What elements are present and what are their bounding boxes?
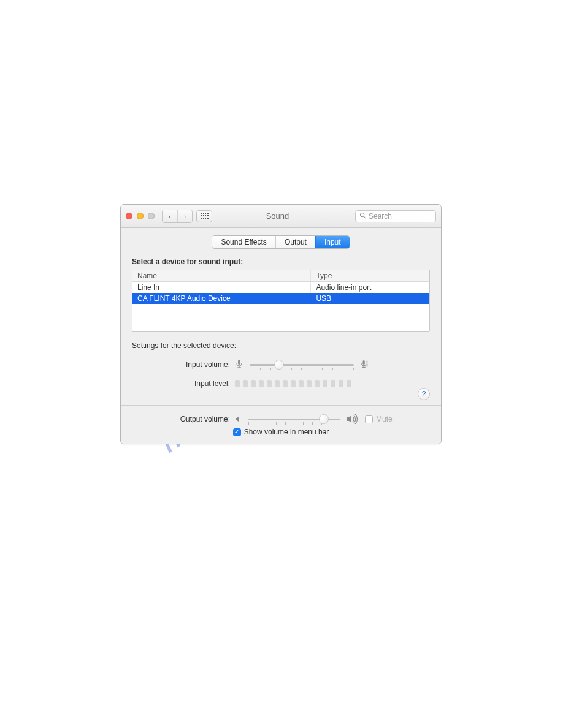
close-button[interactable] bbox=[126, 213, 132, 219]
speaker-high-icon bbox=[347, 414, 359, 424]
back-button[interactable]: ‹ bbox=[163, 210, 177, 222]
microphone-high-icon bbox=[360, 358, 369, 371]
help-button[interactable]: ? bbox=[418, 388, 430, 400]
device-type: Audio line-in port bbox=[310, 282, 429, 293]
col-header-name[interactable]: Name bbox=[132, 270, 310, 281]
microphone-low-icon bbox=[235, 358, 243, 371]
search-placeholder: Search bbox=[369, 212, 392, 221]
forward-button[interactable]: › bbox=[177, 210, 192, 222]
table-empty-area bbox=[132, 304, 429, 331]
svg-point-0 bbox=[360, 213, 364, 216]
input-level-meter bbox=[235, 380, 351, 387]
mute-checkbox[interactable] bbox=[365, 415, 373, 423]
speaker-low-icon bbox=[235, 415, 242, 423]
tab-row: Sound Effects Output Input bbox=[121, 235, 441, 249]
question-icon: ? bbox=[422, 390, 426, 398]
input-device-heading: Select a device for sound input: bbox=[121, 257, 441, 270]
output-volume-section: Output volume: Mute ✓ bbox=[121, 406, 441, 444]
sound-preferences-window: ‹ › Sound Search Sound Effects Ou bbox=[120, 204, 442, 444]
device-name: CA FLINT 4KP Audio Device bbox=[132, 293, 310, 304]
tab-output[interactable]: Output bbox=[275, 236, 315, 248]
svg-line-1 bbox=[364, 216, 366, 218]
nav-buttons: ‹ › bbox=[162, 210, 193, 223]
input-volume-row: Input volume: bbox=[132, 358, 430, 371]
tabs: Sound Effects Output Input bbox=[212, 235, 350, 249]
input-volume-slider[interactable] bbox=[250, 364, 354, 366]
content-area: Sound Effects Output Input Select a devi… bbox=[121, 228, 441, 444]
chevron-right-icon: › bbox=[184, 213, 186, 220]
mute-label: Mute bbox=[376, 415, 393, 423]
page-divider-top bbox=[26, 183, 537, 183]
chevron-left-icon: ‹ bbox=[169, 213, 171, 220]
svg-rect-5 bbox=[362, 360, 365, 365]
device-settings: Settings for the selected device: Input … bbox=[121, 341, 441, 405]
table-header: Name Type bbox=[132, 270, 429, 282]
col-header-type[interactable]: Type bbox=[310, 270, 429, 281]
search-input[interactable]: Search bbox=[355, 210, 436, 222]
device-type: USB bbox=[310, 293, 429, 304]
output-volume-slider[interactable] bbox=[248, 419, 340, 420]
settings-heading: Settings for the selected device: bbox=[132, 341, 430, 350]
window-title: Sound bbox=[204, 211, 351, 221]
minimize-button[interactable] bbox=[137, 213, 144, 219]
input-level-label: Input level: bbox=[132, 379, 235, 388]
svg-rect-2 bbox=[238, 360, 240, 365]
show-volume-label: Show volume in menu bar bbox=[244, 428, 329, 436]
window-toolbar: ‹ › Sound Search bbox=[121, 205, 441, 228]
page-divider-bottom bbox=[26, 542, 537, 542]
input-volume-label: Input volume: bbox=[132, 360, 235, 369]
device-name: Line In bbox=[132, 282, 310, 293]
search-icon bbox=[359, 212, 366, 220]
table-row[interactable]: CA FLINT 4KP Audio Device USB bbox=[132, 293, 429, 304]
tab-input[interactable]: Input bbox=[315, 236, 350, 248]
output-volume-row: Output volume: Mute bbox=[132, 414, 430, 424]
input-device-table: Name Type Line In Audio line-in port CA … bbox=[132, 270, 430, 332]
zoom-button[interactable] bbox=[148, 213, 155, 219]
traffic-lights bbox=[126, 213, 155, 219]
table-row[interactable]: Line In Audio line-in port bbox=[132, 282, 429, 293]
mute-checkbox-row[interactable]: Mute bbox=[365, 415, 393, 423]
tab-sound-effects[interactable]: Sound Effects bbox=[212, 236, 275, 248]
show-volume-checkbox[interactable]: ✓ bbox=[233, 428, 241, 436]
input-level-row: Input level: bbox=[132, 379, 430, 388]
output-volume-label: Output volume: bbox=[132, 415, 235, 423]
show-volume-menubar-row[interactable]: ✓ Show volume in menu bar bbox=[132, 428, 430, 436]
